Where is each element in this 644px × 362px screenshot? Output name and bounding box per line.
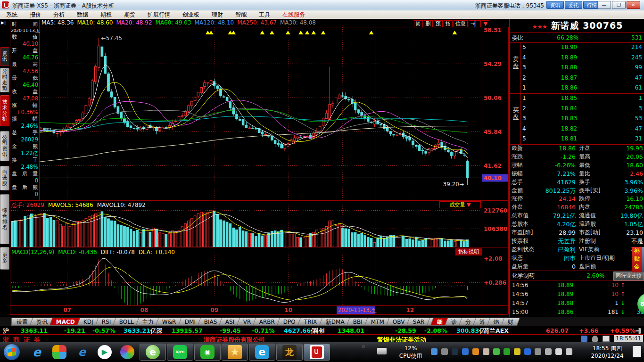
detail-cell: 状态闭市 — [510, 254, 578, 263]
tray-icon-plus[interactable] — [514, 348, 520, 355]
menu-item-9[interactable]: 智能 — [229, 10, 253, 19]
taskbar-item-bluee[interactable]: e — [249, 344, 275, 361]
indicator-help-button[interactable]: 指标说明 — [455, 248, 482, 255]
index-value: 深 — [157, 327, 163, 335]
kline-chart[interactable]: 58.5154.2950.0645.8441.62212760106380+2.… — [9, 19, 509, 317]
taskbar-item-ie2[interactable]: e — [72, 344, 92, 361]
msg-icon[interactable] — [581, 336, 587, 342]
chart-tool-4[interactable]: 信息 — [454, 20, 468, 27]
tray-icon-person[interactable] — [483, 348, 489, 355]
keyboard-tray-icon[interactable] — [377, 348, 387, 354]
chart-tool-arrow[interactable]: →▏ — [469, 20, 481, 27]
menu-item-1[interactable]: 报价 — [24, 10, 47, 19]
tray-icon-speaker[interactable] — [555, 348, 562, 355]
tray-icon-bird[interactable] — [472, 348, 479, 355]
chart-tool-3[interactable]: 指 — [444, 20, 453, 27]
subsidy-badge[interactable]: 补贴金 — [632, 247, 642, 272]
sidebar-tab-3[interactable]: 公司资讯 — [0, 131, 9, 161]
tray-icon-squareS[interactable] — [462, 348, 469, 355]
zs-mark — [312, 346, 322, 358]
mail-icon[interactable] — [603, 336, 610, 342]
menu-item-11[interactable]: 在线服务 — [276, 10, 311, 19]
menu-item-8[interactable]: 理财 — [206, 10, 229, 19]
menu-item-0[interactable]: 系统 — [0, 10, 24, 19]
start-button[interactable] — [4, 344, 20, 360]
win-min-button[interactable]: — — [597, 1, 611, 9]
chart-tool-2[interactable]: 预 — [434, 20, 443, 27]
titlebar-quick-button-0[interactable]: 资讯 — [546, 1, 564, 9]
chart-tool-caret[interactable]: ▼ — [482, 20, 489, 27]
index-value: +3.66 — [579, 327, 598, 334]
detail-cell: 总市值79.21亿 — [510, 212, 578, 220]
ma-legend-item: MA250: 43.67 — [237, 19, 277, 26]
greene-icon: e — [146, 345, 160, 359]
notes-icon[interactable] — [633, 346, 641, 357]
indicator-tab-新DMA[interactable]: 新DMA — [319, 318, 351, 326]
tick-row-3: 15:0018.86181↓38 — [510, 308, 644, 317]
sidebar-tab-6[interactable]: 更多 — [0, 247, 9, 270]
taskbar-item-ball[interactable] — [117, 344, 138, 361]
taskbar-item-zslogo[interactable] — [304, 344, 330, 361]
taskbar-item-iqiyi[interactable]: iQIYI — [167, 344, 193, 361]
taskbar-item-star[interactable]: ★ — [222, 344, 248, 361]
chart-tool-0[interactable]: 简 — [414, 20, 423, 27]
detail-cell: 流通股1.05亿 — [578, 220, 644, 229]
bluee-icon: e — [255, 345, 269, 359]
bell-icon[interactable] — [592, 336, 598, 342]
zslogo-icon — [310, 345, 324, 359]
taskbar-item-tplay[interactable]: ▶ — [94, 344, 115, 361]
index-value: 626.07 — [546, 327, 569, 334]
svg-text:←57.45: ←57.45 — [101, 35, 122, 41]
win-close-button[interactable]: ✕ — [627, 1, 640, 9]
menu-item-7[interactable]: 创业板 — [176, 10, 206, 19]
indicator-tab-bar: 设置资讯MACDKDJRSIBOLL主力W&RDMIBIASASIVRARBRD… — [0, 317, 644, 326]
sidebar-tab-4[interactable]: 自选股 — [0, 166, 9, 190]
industry-compare-button[interactable]: 同行业比较 — [613, 272, 644, 281]
mini-tab-财[interactable]: 财 — [501, 318, 520, 326]
weibi-row: 委比-66.28%-531 — [510, 33, 644, 42]
menu-item-3[interactable]: 数据 — [71, 10, 94, 19]
win-restore-button[interactable]: ❐ — [612, 1, 626, 9]
taskbar-item-speaker[interactable]: ◉ — [194, 344, 221, 361]
titlebar-quick-button-1[interactable]: 委托 — [565, 1, 582, 9]
volume-type-dropdown[interactable]: 成交量 ▼ — [439, 201, 481, 208]
menu-item-5[interactable]: 期货 — [118, 10, 141, 19]
chart-tool-1[interactable]: 删 — [424, 20, 433, 27]
tray-expand-dots[interactable]: ⠿ — [362, 346, 367, 358]
tray-icon-usb[interactable] — [535, 348, 541, 355]
detail-cell: 换手3.96% — [578, 178, 644, 187]
menu-item-4[interactable]: 期权 — [94, 10, 118, 19]
tray-icon-signal[interactable] — [566, 348, 572, 355]
info-label-3: 最低 — [10, 75, 39, 82]
index-value: 300.83亿 — [456, 327, 485, 335]
tray-icon-bluetooth[interactable] — [524, 348, 531, 355]
tick-row-1: 14:5618.8910↑ — [510, 290, 644, 299]
tray-icon-green-e[interactable] — [493, 348, 500, 355]
detail-cell: 总手41629 — [510, 178, 578, 187]
menu-item-2[interactable]: 分析 — [47, 10, 71, 19]
ma-legend-item: MA30: 48.08 — [280, 19, 316, 26]
tray-icon-orb[interactable] — [452, 348, 458, 355]
collapse-icon[interactable]: ▶| — [1, 20, 6, 25]
taskbar-item-greene[interactable]: e — [140, 344, 166, 361]
macd-header-item: MACD: -0.436 — [58, 249, 97, 255]
svg-text:2020-11-13,五: 2020-11-13,五 — [338, 307, 377, 313]
info-label-8: 金额 — [10, 143, 39, 150]
info-value-8: 1.22亿 — [10, 150, 39, 157]
sidebar-tab-1[interactable]: 分时走势 — [0, 68, 9, 92]
taskbar-item-quad[interactable] — [49, 344, 70, 361]
tray-icon-pad[interactable] — [441, 348, 448, 355]
menu-item-10[interactable]: 工具 — [253, 10, 276, 19]
sidebar-tab-2[interactable]: 技术分析 — [0, 95, 9, 126]
tick-row-0: 14:5618.8910↑ — [510, 281, 644, 290]
taskbar-item-ie[interactable]: e — [26, 344, 47, 361]
tray-icon-flask[interactable] — [431, 348, 438, 355]
indicator-tabs: 设置资讯MACDKDJRSIBOLL主力W&RDMIBIASASIVRARBRD… — [11, 317, 456, 326]
macd-header-item: MACD(12,26,9) — [11, 249, 54, 255]
sidebar-tab-5[interactable]: 综合排名 — [0, 194, 9, 244]
taskbar-item-dragon[interactable]: 龙 — [276, 344, 303, 361]
menu-item-6[interactable]: 扩展行情 — [141, 10, 176, 19]
tray-icon-shield[interactable] — [504, 348, 510, 355]
tray-icon-clip[interactable] — [545, 348, 552, 355]
sidebar-tab-0[interactable]: 资讯 — [0, 47, 9, 66]
